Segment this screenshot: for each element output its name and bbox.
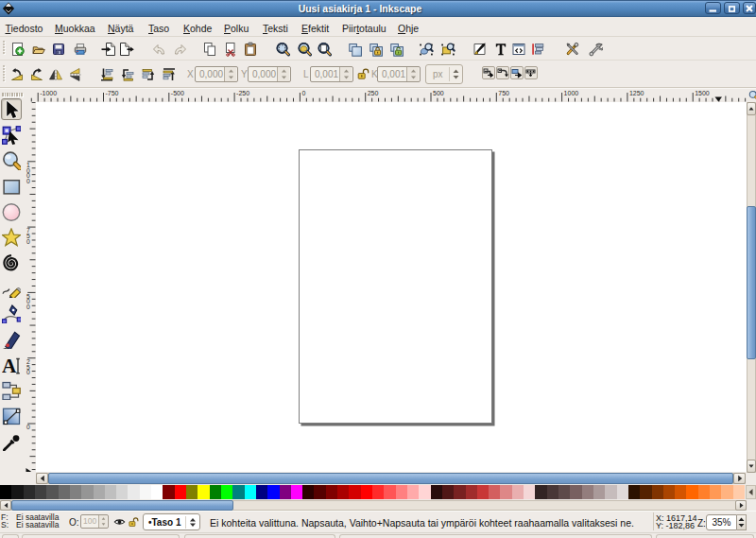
svg-text:0: 0 (26, 304, 30, 310)
svg-text:500: 500 (433, 90, 444, 96)
svg-text:-500: -500 (171, 90, 184, 96)
svg-text:1500: 1500 (695, 90, 710, 96)
svg-text:0: 0 (26, 178, 30, 184)
svg-text:-250: -250 (236, 90, 249, 96)
svg-text:1250: 1250 (629, 90, 644, 96)
svg-text:250: 250 (368, 90, 379, 96)
svg-text:-1000: -1000 (40, 90, 57, 96)
svg-text:0: 0 (26, 238, 30, 245)
svg-text:-750: -750 (106, 90, 119, 96)
svg-text:750: 750 (498, 90, 509, 96)
svg-text:0: 0 (26, 424, 30, 430)
svg-text:0: 0 (301, 90, 305, 96)
svg-text:0: 0 (26, 369, 30, 375)
svg-text:1000: 1000 (564, 90, 579, 96)
svg-text:A: A (2, 356, 17, 374)
